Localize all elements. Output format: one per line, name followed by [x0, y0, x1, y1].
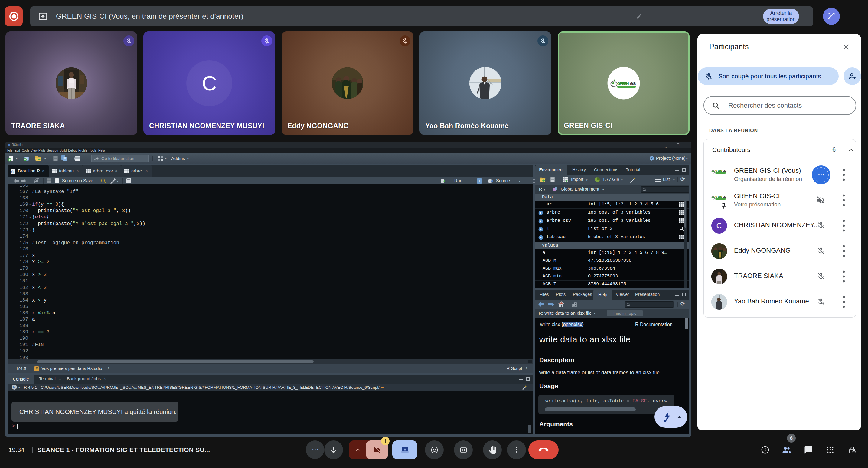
svg-text:GIS: GIS [630, 81, 636, 86]
svg-text:R: R [12, 170, 14, 173]
svg-text:GREEN: GREEN [715, 195, 722, 198]
svg-text:GIS: GIS [723, 195, 726, 198]
svg-text:GREEN: GREEN [715, 169, 722, 172]
svg-text:GEOSPATIAL SOLUTION FOR NATURE: GEOSPATIAL SOLUTION FOR NATURE [618, 86, 635, 87]
svg-text:GREEN: GREEN [617, 81, 629, 86]
svg-text:R: R [651, 157, 653, 160]
svg-text:GIS: GIS [723, 169, 726, 172]
